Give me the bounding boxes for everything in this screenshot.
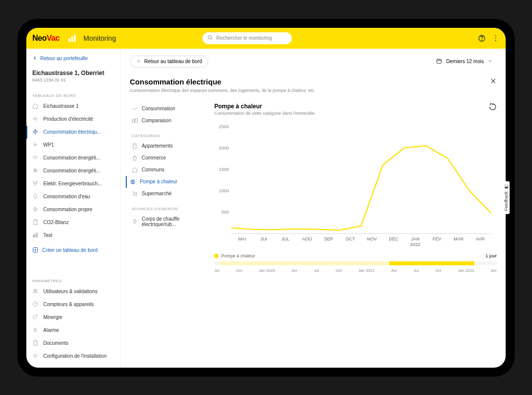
brush-tick: Jan 2021 [358, 268, 375, 273]
back-to-portfolio[interactable]: Retour au portefeuille [26, 53, 120, 65]
feedback-icon: ◧ [504, 184, 509, 189]
item-label: Production d'électricité [43, 116, 93, 122]
fan-icon [32, 142, 39, 149]
chevron-left-icon [32, 56, 37, 62]
svg-text:FÉV: FÉV [433, 236, 442, 241]
svg-point-22 [36, 181, 37, 182]
nav-item-documents[interactable]: Documents [26, 337, 120, 350]
svg-point-10 [34, 118, 36, 120]
left-panel: ConsommationComparaison CATÉGORIES Appar… [130, 103, 204, 274]
svg-rect-0 [69, 38, 71, 42]
lp-item-supermarch-[interactable]: Supermarché [130, 188, 204, 200]
search-placeholder: Rechercher le monitoring [216, 35, 272, 41]
nav-item-wp1[interactable]: WP1 [26, 139, 120, 152]
svg-point-32 [36, 289, 37, 291]
nav-item-consommation-lectriqu-[interactable]: Consommation électriqu... [26, 126, 120, 139]
svg-text:SEP: SEP [324, 236, 333, 241]
close-button[interactable] [490, 78, 497, 86]
lp-item-corps-de-chauffe-lectrique-rub[interactable]: Corps de chauffe électrique/rub... [130, 213, 204, 230]
lp-item-comparaison[interactable]: Comparaison [130, 115, 204, 127]
item-label: Documents [43, 340, 69, 346]
brush-tick: Oct [236, 268, 242, 273]
svg-line-4 [211, 38, 213, 40]
svg-rect-45 [133, 144, 136, 148]
svg-text:1000: 1000 [219, 188, 229, 193]
lp-item-pompe-chaleur[interactable]: Pompe à chaleur [126, 176, 204, 188]
nav-item-configuration-de-l-installatio[interactable]: Configuration de l'installation [26, 350, 120, 363]
svg-marker-15 [33, 129, 38, 134]
topbar: NeoVac Monitoring Rechercher le monitori… [26, 28, 506, 49]
help-icon[interactable] [478, 34, 486, 42]
property-title: Eichaustrasse 1, Oberriet [26, 65, 120, 77]
lp-item-consommation[interactable]: Consommation [130, 103, 204, 115]
bolt-icon [32, 129, 39, 136]
brush-tick: Jul [414, 268, 419, 273]
doc-icon [32, 340, 39, 347]
svg-point-52 [136, 195, 137, 196]
search-input[interactable]: Rechercher le monitoring [202, 32, 292, 44]
item-label: Corps de chauffe électrique/rub... [142, 216, 202, 227]
nav-item-compteurs-appareils[interactable]: Compteurs & appareils [26, 298, 120, 311]
svg-text:500: 500 [221, 210, 229, 215]
chart-panel: Pompe à chaleur Consommation de cette ca… [214, 103, 497, 274]
item-label: WP1 [43, 142, 54, 148]
more-icon[interactable] [492, 34, 500, 42]
item-label: Utilisateurs & validations [43, 289, 97, 294]
item-label: Commerce [142, 155, 166, 160]
lp-item-communs[interactable]: Communs [130, 164, 204, 176]
brush-tick: Avr [291, 268, 297, 273]
bolt2-icon [32, 206, 39, 213]
svg-text:MAI: MAI [238, 236, 246, 241]
leaf-icon [32, 314, 39, 321]
back-to-dashboard-button[interactable]: Retour au tableau de bord [130, 56, 208, 68]
nav-item-minergie[interactable]: Minergie [26, 311, 120, 324]
create-dashboard[interactable]: Créer un tableau de bord [26, 242, 120, 259]
nav-item-consommation-d-eau[interactable]: Consommation d'eau [26, 190, 120, 203]
svg-text:JUL: JUL [281, 236, 289, 241]
brush-tick: Jul [314, 268, 319, 273]
svg-rect-37 [437, 59, 442, 63]
search-icon [207, 35, 213, 42]
brush-tick: Oct [435, 268, 441, 273]
refresh-button[interactable] [489, 103, 497, 113]
item-label: Supermarché [142, 191, 172, 196]
svg-text:2022: 2022 [410, 242, 420, 247]
svg-point-8 [495, 38, 496, 39]
categories-label: CATÉGORIES [130, 127, 204, 140]
property-subtitle: 9463 1234 01 01 [26, 77, 120, 88]
plug-icon [132, 219, 138, 225]
meter-icon [32, 301, 39, 308]
item-label: Consommation d'eau [43, 194, 90, 199]
nav-item-alarme[interactable]: Alarme [26, 324, 120, 337]
svg-text:JUI: JUI [261, 236, 267, 241]
snow-icon [32, 167, 39, 174]
nav-item-utilisateurs-validations[interactable]: Utilisateurs & validations [26, 285, 120, 298]
item-label: Consommation électriqu... [43, 129, 101, 135]
feedback-tab[interactable]: Feedback◧ [503, 181, 510, 214]
nav-item-production-d-lectricit-[interactable]: Production d'électricité [26, 113, 120, 126]
bag-icon [132, 155, 138, 161]
nav-item-eichaustrasse-1[interactable]: Eichaustrasse 1 [26, 100, 120, 113]
nav-item-test[interactable]: Test [26, 229, 120, 242]
nav-item-co2-bilanz[interactable]: CO2-Bilanz [26, 216, 120, 229]
period-selector[interactable]: Derniers 12 mois [432, 56, 497, 67]
svg-point-3 [208, 35, 212, 39]
house-icon [132, 167, 138, 173]
svg-rect-25 [33, 235, 34, 237]
nav-item-consommation-nerg-ti-[interactable]: Consommation énergéti... [26, 152, 120, 164]
svg-text:AOÛ: AOÛ [302, 236, 312, 241]
svg-text:JAN: JAN [411, 236, 420, 241]
nav-item-consommation-propre[interactable]: Consommation propre [26, 203, 120, 216]
detail-title: Consommation électrique [130, 78, 315, 86]
svg-text:2000: 2000 [219, 145, 229, 150]
lp-item-commerce[interactable]: Commerce [130, 152, 204, 164]
time-brush[interactable] [214, 261, 497, 265]
app-icon [68, 34, 77, 43]
nav-item-consommation-nerg-ti-[interactable]: Consommation énergéti... [26, 164, 120, 177]
section-dashboards: TABLEAUX DE BORD [26, 88, 120, 100]
lp-item-appartements[interactable]: Appartements [130, 140, 204, 152]
item-label: Consommation énergéti... [43, 168, 100, 173]
item-label: CO2-Bilanz [43, 220, 69, 225]
nav-item-elektr-energieverbrauch-[interactable]: Elektr. Energieverbrauch... [26, 177, 120, 190]
brand-logo: NeoVac [32, 34, 60, 43]
